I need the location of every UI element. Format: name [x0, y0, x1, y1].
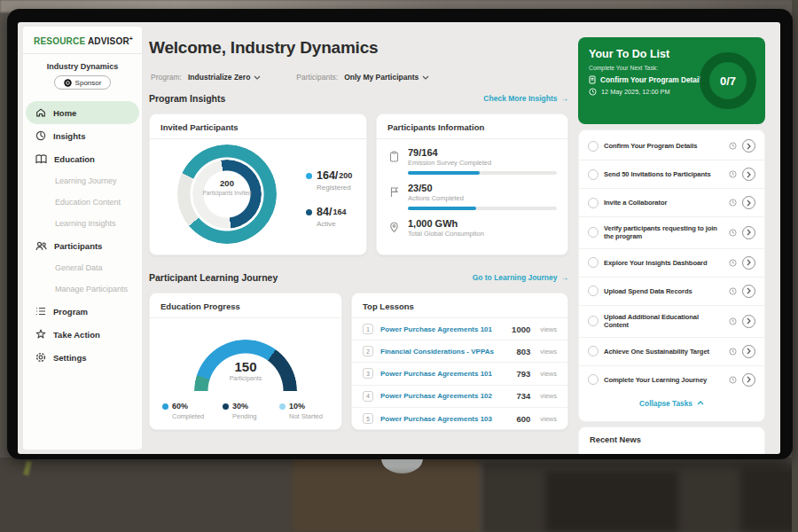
- task-checkbox[interactable]: [588, 346, 598, 356]
- stat-value: 1,000 GWh: [408, 218, 484, 229]
- rank-chip: 4: [363, 391, 373, 402]
- task-checkbox[interactable]: [588, 141, 598, 152]
- learning-journey-header: Participant Learning Journey Go to Learn…: [149, 272, 568, 283]
- sidebar-item-learning-journey[interactable]: Learning Journey: [23, 170, 142, 192]
- clock-icon: [729, 259, 737, 267]
- legend-dot: [306, 209, 312, 215]
- task-chevron-button[interactable]: [742, 139, 755, 153]
- sidebar-item-general-data[interactable]: General Data: [23, 257, 142, 278]
- participants-filter-value: Only My Participants: [344, 73, 419, 82]
- sidebar-item-label: Insights: [53, 131, 85, 141]
- task-checkbox[interactable]: [588, 257, 598, 268]
- card-title: Invited Participants: [150, 114, 366, 139]
- gauge-label: Participants: [194, 375, 297, 381]
- sponsor-badge: Sponsor: [54, 75, 111, 90]
- legend-dot: [223, 403, 229, 410]
- legend-dot: [162, 403, 168, 410]
- task-chevron-button[interactable]: [742, 285, 755, 298]
- progress-fill: [408, 171, 480, 175]
- task-chevron-button[interactable]: [742, 256, 755, 270]
- todo-task-row[interactable]: Send 50 Invitations to Participants: [579, 160, 764, 189]
- clock-icon: [589, 88, 597, 96]
- sidebar-item-program[interactable]: Program: [23, 300, 142, 323]
- sponsor-icon: [64, 79, 72, 87]
- lesson-link[interactable]: Power Purchase Agreements 103: [380, 415, 509, 423]
- sidebar-item-settings[interactable]: Settings: [23, 346, 142, 369]
- program-filter-select[interactable]: Industrialize Zero: [188, 73, 261, 82]
- sidebar-item-education[interactable]: Education: [23, 147, 142, 170]
- task-label: Confirm Your Program Details: [604, 142, 724, 150]
- check-more-insights-link[interactable]: Check More Insights →: [483, 94, 568, 103]
- home-icon: [35, 107, 46, 118]
- lesson-link[interactable]: Power Purchase Agreements 101: [380, 325, 505, 333]
- lesson-row[interactable]: 4 Power Purchase Agreements 102 734 view…: [352, 386, 567, 408]
- task-checkbox[interactable]: [588, 198, 598, 208]
- todo-task-row[interactable]: Verify participants requesting to join t…: [579, 217, 764, 249]
- sidebar-item-home[interactable]: Home: [26, 101, 139, 124]
- sidebar-item-label: Settings: [53, 353, 86, 363]
- task-chevron-button[interactable]: [742, 196, 755, 209]
- lesson-link[interactable]: Financial Considerations - VPPAs: [380, 348, 509, 356]
- legend-pending: 30% Pending: [223, 402, 257, 420]
- todo-task-row[interactable]: Upload Additional Educational Content: [579, 306, 764, 338]
- recent-news-title: Recent News: [579, 427, 764, 452]
- todo-task-row[interactable]: Invite a Collaborator: [579, 189, 764, 217]
- task-chevron-button[interactable]: [742, 345, 755, 358]
- rank-chip: 3: [363, 368, 373, 379]
- sidebar: RESOURCE ADVISOR+ Industry Dynamics Spon…: [23, 27, 142, 450]
- filters-bar: Program: Industrialize Zero Participants…: [151, 73, 429, 82]
- lesson-row[interactable]: 5 Power Purchase Agreements 103 600 view…: [352, 408, 567, 430]
- todo-task-row[interactable]: Confirm Your Program Details: [579, 132, 764, 160]
- sidebar-item-label: Education: [54, 154, 95, 164]
- legend-registered: 164/ 200 Registered: [306, 169, 352, 192]
- sidebar-item-insights[interactable]: Insights: [23, 124, 142, 147]
- card-title: Participants Information: [377, 114, 567, 139]
- clock-icon: [729, 229, 737, 237]
- participants-filter-select[interactable]: Only My Participants: [344, 73, 429, 82]
- task-chevron-button[interactable]: [742, 373, 755, 387]
- sidebar-item-take-action[interactable]: Take Action: [23, 323, 142, 346]
- todo-task-list: Confirm Your Program Details Send 50 Inv…: [578, 129, 765, 422]
- clock-icon: [729, 170, 737, 178]
- task-checkbox[interactable]: [588, 374, 598, 385]
- lesson-link[interactable]: Power Purchase Agreements 101: [380, 370, 509, 378]
- lesson-row[interactable]: 1 Power Purchase Agreements 101 1000 vie…: [352, 318, 567, 340]
- arrow-right-icon: →: [561, 94, 569, 103]
- task-chevron-button[interactable]: [742, 226, 755, 239]
- todo-task-row[interactable]: Achieve One Sustainability Target: [579, 338, 764, 366]
- lesson-row[interactable]: 2 Financial Considerations - VPPAs 803 v…: [352, 340, 567, 363]
- task-checkbox[interactable]: [588, 286, 598, 296]
- stat-total-consumption: 1,000 GWh Total Global Consumption: [377, 210, 567, 238]
- top-lessons-card: Top Lessons 1 Power Purchase Agreements …: [351, 293, 568, 430]
- stat-value: 23/50: [408, 183, 557, 193]
- collapse-tasks-link[interactable]: Collapse Tasks: [579, 394, 764, 413]
- background-dark-patch: [545, 472, 678, 532]
- task-chevron-button[interactable]: [742, 315, 755, 328]
- card-title: Education Progress: [150, 293, 341, 318]
- task-chevron-button[interactable]: [742, 168, 755, 181]
- sidebar-item-participants[interactable]: Participants: [23, 234, 142, 257]
- task-checkbox[interactable]: [588, 169, 598, 180]
- sidebar-item-learning-insights[interactable]: Learning Insights: [23, 213, 142, 234]
- task-checkbox[interactable]: [588, 227, 598, 238]
- task-label: Complete Your Learning Journey: [604, 376, 724, 384]
- progress-track: [408, 207, 557, 210]
- take-action-icon: [35, 329, 46, 340]
- task-checkbox[interactable]: [588, 316, 598, 326]
- rank-chip: 1: [363, 324, 373, 334]
- todo-task-row[interactable]: Complete Your Learning Journey: [579, 366, 764, 394]
- program-filter-value: Industrialize Zero: [188, 73, 250, 82]
- clock-icon: [729, 317, 737, 325]
- logo-primary: RESOURCE: [34, 36, 85, 46]
- education-progress-card: Education Progress 150 Participants 60% …: [149, 293, 342, 430]
- stat-actions-completed: 23/50 Actions Completed: [377, 175, 567, 210]
- logo-secondary: ADVISOR+: [88, 36, 133, 46]
- sidebar-item-manage-participants[interactable]: Manage Participants: [23, 278, 142, 300]
- lesson-row[interactable]: 3 Power Purchase Agreements 101 793 view…: [352, 363, 567, 385]
- todo-task-row[interactable]: Explore Your Insights Dashboard: [579, 249, 764, 278]
- sidebar-item-label: Learning Insights: [55, 219, 116, 228]
- todo-task-row[interactable]: Upload Spend Data Records: [579, 278, 764, 306]
- lesson-link[interactable]: Power Purchase Agreements 102: [380, 392, 509, 400]
- go-to-learning-journey-link[interactable]: Go to Learning Journey →: [473, 273, 568, 282]
- sidebar-item-education-content[interactable]: Education Content: [23, 192, 142, 213]
